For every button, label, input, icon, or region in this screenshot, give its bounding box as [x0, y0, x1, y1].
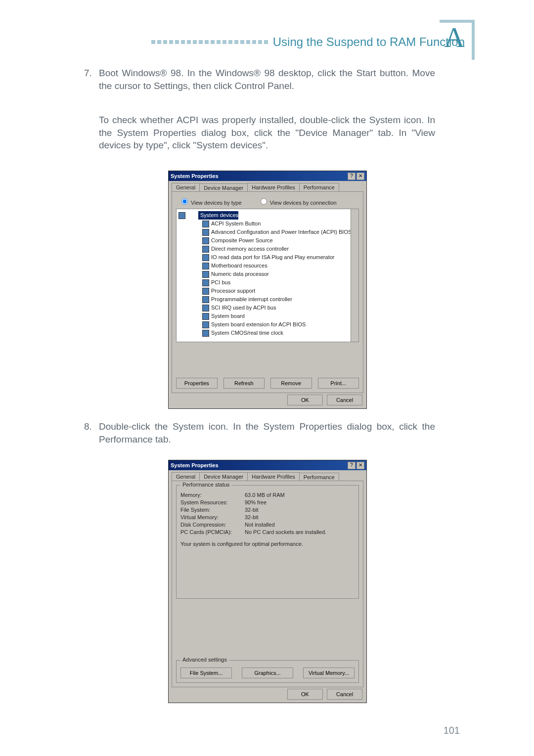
tree-node[interactable]: System CMOS/real time clock — [178, 329, 356, 337]
radio-view-by-type[interactable]: View devices by type — [179, 200, 242, 206]
tab-device-manager[interactable]: Device Manager — [199, 183, 248, 192]
tree-node[interactable]: System board — [178, 312, 356, 320]
tree-node[interactable]: SCI IRQ used by ACPI bus — [178, 304, 356, 312]
device-icon — [202, 288, 209, 295]
properties-button[interactable]: Properties — [176, 378, 218, 389]
close-button[interactable]: ✕ — [356, 462, 364, 469]
close-button[interactable]: ✕ — [356, 173, 364, 180]
step-7-para-1: 7. Boot Windows® 98. In the Windows® 98 … — [99, 67, 435, 92]
tree-node[interactable]: Processor support — [178, 287, 356, 295]
tab-panel: Performance status Memory:63.0 MB of RAM… — [172, 481, 363, 687]
row-virtual-memory: Virtual Memory:32-bit — [180, 514, 355, 520]
computer-icon — [178, 212, 185, 219]
tree-node[interactable]: Programmable interrupt controller — [178, 295, 356, 304]
step-7-text-1: Boot Windows® 98. In the Windows® 98 des… — [99, 68, 435, 91]
tree-node[interactable]: Composite Power Source — [178, 236, 356, 245]
page-header: Using the Suspend to RAM Function — [84, 27, 465, 57]
page-title: Using the Suspend to RAM Function — [273, 35, 465, 49]
device-icon — [202, 229, 209, 236]
dialog-footer: OK Cancel — [287, 689, 362, 700]
ok-button[interactable]: OK — [287, 395, 323, 405]
tab-hardware-profiles[interactable]: Hardware Profiles — [247, 183, 299, 191]
step-8-para: 8. Double-click the System icon. In the … — [99, 420, 435, 445]
device-icon — [202, 237, 209, 244]
print-button[interactable]: Print... — [318, 378, 359, 389]
action-buttons: Properties Refresh Remove Print... — [176, 378, 359, 389]
titlebar: System Properties ? ✕ — [169, 460, 366, 470]
advanced-settings-group: Advanced settings File System... Graphic… — [176, 660, 359, 683]
tabs: General Device Manager Hardware Profiles… — [172, 472, 363, 481]
remove-button[interactable]: Remove — [270, 378, 312, 389]
performance-status-group: Performance status Memory:63.0 MB of RAM… — [176, 485, 359, 599]
group-legend: Advanced settings — [180, 657, 229, 663]
tab-general[interactable]: General — [172, 472, 200, 481]
tree-node[interactable]: System board extension for ACPI BIOS — [178, 320, 356, 329]
step-7-para-2: To check whether ACPI was properly insta… — [99, 114, 435, 152]
tree-node[interactable]: Numeric data processor — [178, 270, 356, 278]
device-icon — [202, 246, 209, 253]
row-system-resources: System Resources:90% free — [180, 499, 355, 505]
graphics-button[interactable]: Graphics... — [242, 667, 293, 678]
tabs: General Device Manager Hardware Profiles… — [172, 183, 363, 191]
help-button[interactable]: ? — [348, 173, 356, 180]
virtual-memory-button[interactable]: Virtual Memory... — [303, 667, 355, 678]
tree-node[interactable]: Motherboard resources — [178, 262, 356, 270]
device-icon — [202, 305, 209, 311]
tab-performance[interactable]: Performance — [299, 473, 339, 481]
device-icon — [202, 254, 209, 261]
tab-panel: View devices by type View devices by con… — [172, 191, 363, 393]
tree-node-system-devices[interactable]: System devices — [198, 211, 238, 220]
step-8-text: Double-click the System icon. In the Sys… — [99, 421, 435, 445]
tree-node[interactable]: PCI bus — [178, 278, 356, 287]
radio-view-by-connection[interactable]: View devices by connection — [258, 200, 337, 206]
device-icon — [202, 221, 209, 227]
device-icon — [202, 279, 209, 286]
tree-node[interactable]: ACPI System Button — [178, 220, 356, 228]
tree-node[interactable]: IO read data port for ISA Plug and Play … — [178, 253, 356, 262]
device-icon — [202, 296, 209, 303]
tab-hardware-profiles[interactable]: Hardware Profiles — [247, 472, 299, 481]
row-disk-compression: Disk Compression:Not installed — [180, 522, 355, 528]
step-number-7: 7. — [84, 67, 92, 80]
ok-button[interactable]: OK — [287, 689, 323, 700]
performance-message: Your system is configured for optimal pe… — [180, 541, 355, 547]
group-legend: Performance status — [180, 482, 231, 488]
page-number: 101 — [444, 725, 460, 736]
help-button[interactable]: ? — [348, 462, 356, 469]
step-7-text-2: To check whether ACPI was properly insta… — [99, 115, 435, 150]
tree-node[interactable]: Advanced Configuration and Power Interfa… — [178, 228, 356, 236]
system-properties-performance-screenshot: System Properties ? ✕ General Device Man… — [168, 460, 367, 703]
window-title: System Properties — [171, 462, 219, 468]
device-icon — [202, 271, 209, 278]
scrollbar[interactable] — [351, 209, 358, 342]
file-system-button[interactable]: File System... — [180, 667, 232, 678]
device-icon — [202, 263, 209, 269]
tab-general[interactable]: General — [172, 183, 200, 191]
tab-performance[interactable]: Performance — [299, 183, 339, 191]
cancel-button[interactable]: Cancel — [327, 689, 362, 700]
row-file-system: File System:32-bit — [180, 507, 355, 513]
titlebar: System Properties ? ✕ — [169, 171, 366, 181]
header-dots — [151, 40, 268, 44]
tree-node[interactable]: Direct memory access controller — [178, 245, 356, 253]
device-icon — [202, 313, 209, 320]
device-icon — [202, 321, 209, 328]
system-properties-device-manager-screenshot: System Properties ? ✕ General Device Man… — [168, 171, 367, 409]
refresh-button[interactable]: Refresh — [223, 378, 265, 389]
cancel-button[interactable]: Cancel — [327, 395, 362, 405]
device-tree[interactable]: System devices ACPI System Button Advanc… — [176, 209, 359, 342]
dialog-footer: OK Cancel — [287, 395, 362, 405]
window-title: System Properties — [171, 173, 219, 179]
tab-device-manager[interactable]: Device Manager — [199, 472, 248, 481]
step-number-8: 8. — [84, 420, 92, 433]
row-pc-cards: PC Cards (PCMCIA):No PC Card sockets are… — [180, 529, 355, 535]
row-memory: Memory:63.0 MB of RAM — [180, 492, 355, 498]
view-mode-radios: View devices by type View devices by con… — [179, 197, 359, 206]
device-icon — [202, 330, 209, 337]
